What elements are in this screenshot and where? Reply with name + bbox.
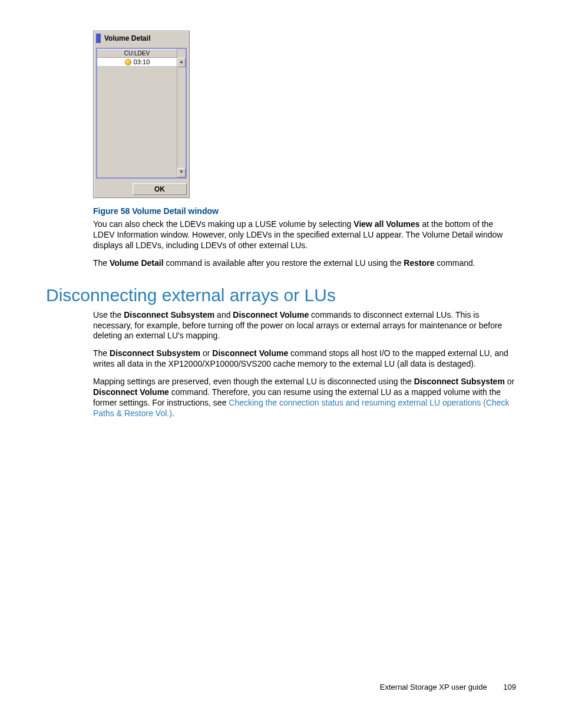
text: You can also check the LDEVs making up a… — [93, 219, 353, 229]
text: Use the — [93, 310, 124, 319]
volume-detail-dialog: Volume Detail CU:LDEV 03:10 ▲ ▼ OK — [93, 31, 190, 198]
text: command. — [434, 258, 475, 268]
text: Mapping settings are preserved, even tho… — [93, 377, 414, 386]
text: command is available after you restore t… — [164, 258, 404, 268]
paragraph-2: The Volume Detail command is available a… — [93, 258, 516, 269]
list-header: CU:LDEV — [97, 49, 177, 58]
bold: Restore — [404, 258, 434, 268]
text: or — [200, 348, 212, 358]
scrollbar[interactable]: ▲ ▼ — [177, 49, 186, 177]
scroll-up-button[interactable]: ▲ — [177, 58, 186, 67]
bold: Volume Detail — [110, 258, 164, 268]
paragraph-5: Mapping settings are preserved, even tho… — [93, 377, 516, 419]
bold: Disconnect Volume — [93, 387, 169, 397]
bold: Disconnect Subsystem — [124, 310, 214, 319]
page-number: 109 — [503, 683, 516, 691]
scroll-down-button[interactable]: ▼ — [177, 168, 186, 177]
figure-caption: Figure 58 Volume Detail window — [93, 206, 516, 216]
text: and — [214, 310, 233, 319]
list-row[interactable]: 03:10 — [97, 58, 177, 67]
ldev-list: CU:LDEV 03:10 ▲ ▼ — [96, 48, 187, 179]
section-heading: Disconnecting external arrays or LUs — [46, 285, 516, 305]
page-footer: External Storage XP user guide 109 — [380, 683, 516, 691]
bold: Disconnect Subsystem — [414, 377, 505, 386]
text: The — [93, 258, 110, 268]
bold: Disconnect Volume — [212, 348, 288, 358]
ok-button[interactable]: OK — [133, 183, 187, 195]
footer-label: External Storage XP user guide — [380, 683, 487, 691]
bold: Disconnect Volume — [233, 310, 309, 319]
dialog-title-text: Volume Detail — [104, 34, 150, 42]
paragraph-3: Use the Disconnect Subsystem and Disconn… — [93, 310, 516, 342]
bold: View all Volumes — [353, 219, 419, 229]
paragraph-1: You can also check the LDEVs making up a… — [93, 219, 516, 251]
title-accent — [96, 34, 101, 43]
volume-icon — [125, 59, 131, 65]
dialog-titlebar: Volume Detail — [94, 31, 189, 48]
bold: Disconnect Subsystem — [110, 348, 200, 358]
paragraph-4: The Disconnect Subsystem or Disconnect V… — [93, 348, 516, 370]
list-row-value: 03:10 — [134, 58, 150, 65]
text: The — [93, 348, 110, 358]
text: . — [172, 409, 174, 418]
text: or — [505, 377, 514, 386]
